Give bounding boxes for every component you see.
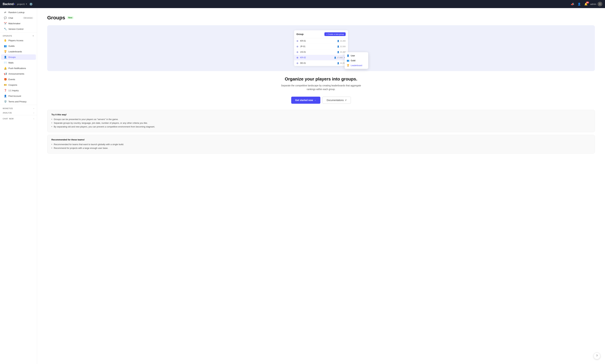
- sidebar-item-coupons[interactable]: 🎫 Coupons: [1, 82, 36, 88]
- user-count-icon: 👤: [334, 57, 336, 59]
- monetize-chevron-icon: ›: [34, 107, 34, 109]
- sidebar-item-matchmaker[interactable]: ✂️ Matchmaker: [1, 21, 36, 26]
- trophy-dd-icon: 🏆: [347, 64, 349, 67]
- sidebar-item-random-lookup[interactable]: ⇄ Random Lookup: [1, 10, 36, 15]
- preview-row: ⊕ US-01 👤 25,300: [294, 49, 348, 55]
- sidebar-item-version-control[interactable]: 🔧 Version Control: [1, 26, 36, 32]
- sidebar-item-mails[interactable]: ✉️ Mails: [1, 60, 36, 65]
- info-card-try-title: Try it this way!: [51, 113, 591, 116]
- list-item: Separate groups by country, language, jo…: [51, 121, 591, 125]
- shield-icon: 🛡️: [4, 100, 7, 103]
- chat-section[interactable]: Chat New ›: [0, 116, 37, 120]
- users-icon[interactable]: 👤: [577, 2, 582, 6]
- arrow-right-icon: →: [314, 99, 316, 102]
- avatar: A: [598, 2, 602, 6]
- user-menu[interactable]: admin A: [590, 2, 602, 6]
- group-row-icon: ⊕: [296, 62, 298, 65]
- sidebar-item-players-access[interactable]: ✋ Players Access: [1, 38, 36, 43]
- content-heading: Organize your players into groups.: [47, 77, 595, 82]
- preview-row: ⊕ DE-01 👤 24,200: [294, 60, 348, 66]
- sidebar-item-groups[interactable]: 👤 Groups: [1, 54, 36, 60]
- settings-icon[interactable]: ⚙️: [29, 2, 33, 6]
- sidebar-item-terms-privacy[interactable]: 🛡️ Terms and Privacy: [1, 99, 36, 104]
- sidebar-item-push-notifications[interactable]: 🔔 Push Notifications: [1, 65, 36, 71]
- content-subtext: Separate the competitive landscape by cr…: [277, 84, 365, 91]
- dropdown-item-leaderboard[interactable]: 🏆 Leaderboard: [345, 63, 368, 68]
- sidebar-item-announcements[interactable]: 📢 Announcements: [1, 71, 36, 77]
- info-card-recommended-title: Recommended for these teams!: [51, 138, 591, 141]
- dropdown-item-user[interactable]: 👤 User: [345, 53, 368, 58]
- shuffle-icon: ⇄: [4, 11, 7, 14]
- project-selector[interactable]: project1 ▼: [17, 3, 27, 5]
- preview-row: ⊕ JP-01 👤 22,500: [294, 44, 348, 49]
- notification-badge: 99: [586, 1, 589, 3]
- sidebar: ⇄ Random Lookup 💬 Chat Old version ✂️ Ma…: [0, 8, 37, 364]
- help-button[interactable]: ?: [593, 352, 600, 359]
- preview-row-highlighted: ⊕ KR-02 👤 17,600: [294, 55, 348, 60]
- chat-chevron-icon: ›: [34, 118, 34, 120]
- user-count-icon: 👤: [337, 62, 339, 64]
- info-card-recommended-list: Recommended for teams that want to launc…: [51, 143, 591, 150]
- content-section: Organize your players into groups. Separ…: [47, 77, 595, 91]
- preview-table: Group + Create a new group ⊕ KR-01 👤 15,…: [294, 30, 348, 66]
- preview-table-header: Group + Create a new group: [294, 30, 348, 38]
- guild-dd-icon: 👥: [347, 59, 349, 62]
- main-content: Groups New Group + Create a new group ⊕ …: [37, 8, 605, 364]
- get-started-button[interactable]: Get started now →: [291, 97, 321, 104]
- chat-old-badge: Old version: [23, 17, 33, 19]
- monetize-section[interactable]: Monetize ›: [0, 106, 37, 110]
- list-item: Groups can be presented to your players …: [51, 117, 591, 121]
- preview-dropdown: 👤 User 👥 Guild 🏆 Leaderboard: [345, 52, 368, 69]
- chat-new-badge: New: [9, 118, 14, 120]
- page-header: Groups New: [47, 15, 595, 21]
- page-title: Groups: [47, 15, 65, 21]
- notification-icon[interactable]: 🔔 99: [584, 2, 588, 6]
- list-item: Recommend for projects with a large enou…: [51, 146, 591, 150]
- page-new-badge: New: [67, 16, 74, 19]
- user-count-icon: 👤: [337, 51, 339, 53]
- group-row-icon: ⊕: [296, 45, 298, 48]
- list-item: By separating old and new players, you c…: [51, 125, 591, 129]
- matchmaker-icon: ✂️: [4, 22, 7, 25]
- group-row-icon: ⊕: [296, 56, 298, 59]
- external-link-icon: ↗: [345, 99, 347, 102]
- user-count-icon: 👤: [337, 45, 339, 48]
- group-row-icon: ⊕: [296, 39, 298, 42]
- chevron-down-icon: ▼: [26, 3, 27, 5]
- list-item: Recommended for teams that want to launc…: [51, 143, 591, 146]
- groups-icon: 👤: [4, 56, 7, 58]
- preview-container: Group + Create a new group ⊕ KR-01 👤 15,…: [47, 25, 595, 71]
- user-dd-icon: 👤: [347, 54, 349, 57]
- sidebar-item-events[interactable]: 🎁 Events: [1, 77, 36, 82]
- find-account-icon: 👤: [4, 95, 7, 97]
- sidebar-item-guilds[interactable]: 👥 Guilds: [1, 43, 36, 49]
- analyze-chevron-icon: ›: [34, 112, 34, 114]
- chat-icon: 💬: [4, 16, 7, 19]
- logo: Backnd•: [3, 2, 15, 6]
- preview-row: ⊕ KR-01 👤 15,400: [294, 38, 348, 44]
- guild-icon: 👥: [4, 45, 7, 47]
- user-count-icon: 👤: [337, 40, 339, 42]
- coupon-icon: 🎫: [4, 83, 7, 86]
- hand-icon: ✋: [4, 39, 7, 42]
- sidebar-item-chat[interactable]: 💬 Chat Old version: [1, 15, 36, 21]
- megaphone-icon: 📢: [4, 72, 7, 75]
- sidebar-item-inquiry[interactable]: ❓ 1:1 Inquiry: [1, 88, 36, 93]
- action-buttons: Get started now → Documentations ↗: [47, 97, 595, 104]
- preview-table-title: Group: [296, 33, 304, 36]
- preview-create-button[interactable]: + Create a new group: [324, 32, 346, 36]
- operate-section[interactable]: Operate ▼: [0, 33, 37, 38]
- info-card-try-list: Groups can be presented to your players …: [51, 117, 591, 129]
- question-icon: ❓: [4, 89, 7, 92]
- analyze-section[interactable]: Analyze ›: [0, 110, 37, 115]
- gift-icon: 🎁: [4, 78, 7, 81]
- group-row-icon: ⊕: [296, 51, 298, 53]
- documentation-button[interactable]: Documentations ↗: [323, 97, 351, 104]
- trophy-icon: 🏆: [4, 50, 7, 53]
- operate-chevron-icon: ▼: [32, 35, 34, 37]
- sidebar-item-find-account[interactable]: 👤 Find Account: [1, 93, 36, 99]
- speaker-icon[interactable]: 📣: [570, 2, 575, 6]
- bell-icon: 🔔: [4, 67, 7, 69]
- dropdown-item-guild[interactable]: 👥 Guild: [345, 58, 368, 63]
- sidebar-item-leaderboards[interactable]: 🏆 Leaderboards: [1, 49, 36, 54]
